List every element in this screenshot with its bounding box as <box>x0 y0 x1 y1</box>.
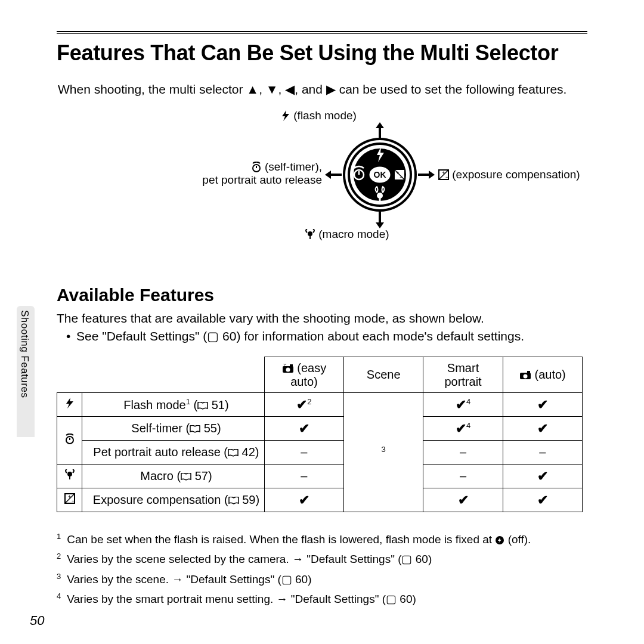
svg-point-24 <box>523 374 527 379</box>
footnotes: 1Can be set when the flash is raised. Wh… <box>57 528 531 608</box>
arrow-left-icon <box>285 82 295 96</box>
check-icon <box>537 494 548 507</box>
pointer-left-icon <box>325 171 342 179</box>
svg-rect-8 <box>379 197 381 202</box>
self-timer-icon <box>251 162 262 172</box>
svg-text:OK: OK <box>374 170 386 179</box>
svg-text:−: − <box>445 174 448 180</box>
svg-point-17 <box>308 231 312 236</box>
page-number: 50 <box>30 613 44 628</box>
self-timer-icon <box>64 434 75 444</box>
svg-rect-23 <box>527 371 530 373</box>
svg-point-26 <box>67 472 72 476</box>
pointer-down-icon <box>376 212 384 228</box>
check-icon <box>458 494 469 507</box>
check-icon <box>537 470 548 483</box>
bullet-dot: • <box>66 329 70 343</box>
arrow-up-icon <box>246 82 259 96</box>
book-icon <box>190 425 200 433</box>
scene-footnote-cell: 3 <box>344 393 423 512</box>
arrow-down-icon <box>266 82 278 96</box>
macro-icon <box>305 229 315 240</box>
bullet-text: See "Default Settings" (▢ 60) for inform… <box>76 329 524 343</box>
svg-text:+: + <box>396 170 399 176</box>
check-icon <box>537 422 548 435</box>
easy-auto-icon <box>282 364 294 373</box>
col-scene: Scene <box>344 357 423 393</box>
table-row: Self-timer ( 55) 4 <box>57 417 583 441</box>
book-icon <box>228 497 239 504</box>
table-row: +− Exposure compensation ( 59) <box>57 488 583 512</box>
svg-rect-20 <box>290 364 293 367</box>
check-icon <box>299 494 309 507</box>
label-down: (macro mode) <box>305 228 389 241</box>
label-up: (flash mode) <box>281 109 357 122</box>
macro-icon <box>64 469 75 480</box>
svg-text:+: + <box>442 170 445 176</box>
pointer-right-icon <box>418 171 435 179</box>
svg-rect-18 <box>309 236 311 239</box>
table-row: Pet portrait auto release ( 42) <box>57 441 583 465</box>
auto-icon <box>519 370 531 380</box>
exposure-comp-icon: +− <box>438 169 449 180</box>
check-icon <box>296 398 307 411</box>
section-intro: The features that are available vary wit… <box>57 311 484 326</box>
table-row: Macro ( 57) <box>57 465 583 488</box>
col-smart-portrait: Smartportrait <box>423 357 503 393</box>
col-auto: (auto) <box>503 357 582 393</box>
flash-icon <box>65 398 75 408</box>
col-easy-auto: (easyauto) <box>264 357 343 393</box>
flash-off-icon <box>495 535 504 545</box>
svg-rect-27 <box>69 476 70 479</box>
top-rule <box>57 31 587 34</box>
intro-text: When shooting, the multi selector , , , … <box>58 82 566 97</box>
section-heading: Available Features <box>57 285 214 305</box>
page-title: Features That Can Be Set Using the Multi… <box>57 41 558 66</box>
label-left: (self-timer), pet portrait auto release <box>161 160 322 187</box>
book-icon <box>181 473 191 481</box>
check-icon <box>456 398 466 411</box>
selector-dial-icon: OK +− <box>341 136 419 213</box>
flash-icon <box>281 110 290 121</box>
exposure-comp-icon: +− <box>64 493 75 504</box>
book-icon <box>228 449 239 457</box>
check-icon <box>299 422 309 435</box>
table-row: Flash mode1 ( 51) 2 3 4 <box>57 393 583 417</box>
svg-point-21 <box>286 367 290 371</box>
multi-selector-diagram: OK +− (flash mode) (self-timer), pet por… <box>57 104 587 265</box>
label-right: +− (exposure compensation) <box>438 168 580 181</box>
svg-text:+: + <box>68 494 71 500</box>
arrow-right-icon <box>326 82 336 96</box>
svg-text:−: − <box>72 498 75 504</box>
pointer-up-icon <box>376 122 384 139</box>
intro-pre: When shooting, the multi selector <box>58 82 246 96</box>
intro-post: can be used to set the following feature… <box>336 82 567 96</box>
feature-table: (easyauto) Scene Smartportrait (auto) Fl… <box>57 357 583 512</box>
check-icon <box>456 422 466 435</box>
book-icon <box>197 402 208 410</box>
check-icon <box>537 398 548 411</box>
sidebar-tab-label: Shooting Features <box>18 310 30 398</box>
svg-text:−: − <box>400 174 402 180</box>
